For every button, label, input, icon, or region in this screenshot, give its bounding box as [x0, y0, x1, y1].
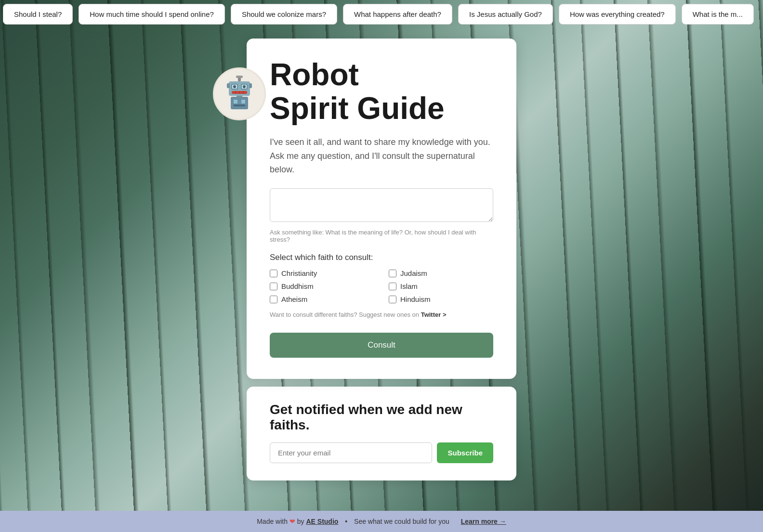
svg-rect-16 [234, 104, 245, 106]
faith-hinduism[interactable]: Hinduism [389, 295, 493, 303]
footer: Made with ❤ by AE Studio • See what we c… [0, 511, 763, 532]
footer-made-with: Made with [257, 518, 288, 525]
page-title: Robot Spirit Guide [270, 58, 493, 126]
svg-point-5 [233, 85, 236, 88]
top-questions-bar: Should I steal? How much time should I s… [0, 0, 763, 28]
robot-avatar [213, 67, 266, 120]
faiths-grid: Christianity Judaism Buddhism Islam Athe… [270, 269, 493, 303]
consult-button[interactable]: Consult [270, 333, 493, 358]
subscribe-button[interactable]: Subscribe [437, 442, 493, 463]
faith-judaism-checkbox[interactable] [389, 270, 396, 277]
faith-atheism-checkbox[interactable] [270, 296, 277, 303]
robot-icon [220, 75, 259, 113]
question-item-3[interactable]: Should we colonize mars? [231, 4, 337, 25]
footer-learn-more-link[interactable]: Learn more → [461, 518, 506, 525]
faith-islam-label: Islam [400, 282, 418, 290]
faith-judaism-label: Judaism [400, 269, 427, 277]
question-item-2[interactable]: How much time should I spend online? [79, 4, 225, 25]
question-input[interactable] [270, 188, 493, 222]
faith-hinduism-checkbox[interactable] [389, 296, 396, 303]
svg-rect-18 [249, 83, 252, 88]
main-card: Robot Spirit Guide I've seen it all, and… [247, 39, 516, 379]
svg-rect-13 [231, 97, 248, 109]
faith-judaism[interactable]: Judaism [389, 269, 493, 277]
faith-christianity[interactable]: Christianity [270, 269, 374, 277]
email-input[interactable] [270, 442, 432, 463]
svg-rect-19 [237, 96, 242, 98]
faith-buddhism-checkbox[interactable] [270, 283, 277, 290]
footer-heart-icon: ❤ [289, 518, 295, 525]
faith-atheism[interactable]: Atheism [270, 295, 374, 303]
main-content: Robot Spirit Guide I've seen it all, and… [247, 39, 516, 480]
svg-rect-17 [227, 83, 230, 88]
page-description: I've seen it all, and want to share my k… [270, 135, 493, 177]
suggest-faiths-text: Want to consult different faiths? Sugges… [270, 311, 493, 318]
faith-hinduism-label: Hinduism [400, 295, 431, 303]
faith-select-label: Select which faith to consult: [270, 253, 493, 262]
faith-atheism-label: Atheism [281, 295, 307, 303]
email-subscribe-row: Subscribe [270, 442, 493, 463]
question-hint: Ask something like: What is the meaning … [270, 229, 493, 243]
footer-separator: • [345, 518, 347, 525]
svg-rect-14 [234, 100, 237, 104]
faith-christianity-checkbox[interactable] [270, 270, 277, 277]
notify-card: Get notified when we add new faiths. Sub… [247, 387, 516, 480]
faith-buddhism-label: Buddhism [281, 282, 314, 290]
twitter-link[interactable]: Twitter > [421, 311, 447, 318]
question-item-4[interactable]: What happens after death? [343, 4, 452, 25]
svg-rect-1 [236, 76, 243, 78]
svg-rect-15 [241, 100, 245, 104]
notify-title: Get notified when we add new faiths. [270, 402, 493, 433]
faith-islam-checkbox[interactable] [389, 283, 396, 290]
faith-islam[interactable]: Islam [389, 282, 493, 290]
svg-point-8 [243, 85, 246, 88]
question-item-6[interactable]: How was everything created? [559, 4, 676, 25]
footer-studio-link[interactable]: AE Studio [306, 518, 338, 525]
faith-christianity-label: Christianity [281, 269, 317, 277]
question-item-5[interactable]: Is Jesus actually God? [458, 4, 553, 25]
question-item-1[interactable]: Should I steal? [3, 4, 73, 25]
question-item-7[interactable]: What is the m... [682, 4, 754, 25]
footer-see-text: See what we could build for you [354, 518, 449, 525]
faith-buddhism[interactable]: Buddhism [270, 282, 374, 290]
footer-by: by [297, 518, 304, 525]
